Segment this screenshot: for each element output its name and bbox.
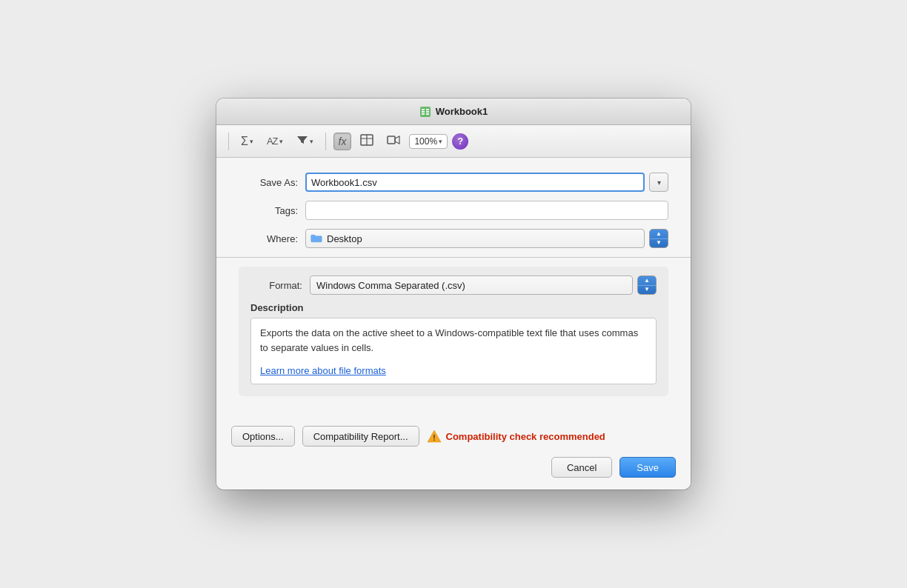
filter-button[interactable]: ▾ — [292, 132, 318, 150]
description-box: Exports the data on the active sheet to … — [250, 318, 657, 384]
table-icon — [360, 134, 373, 148]
warning-icon: ! — [427, 430, 442, 443]
help-button[interactable]: ? — [452, 133, 468, 150]
cancel-button[interactable]: Cancel — [551, 457, 612, 478]
filter-icon — [296, 134, 308, 148]
zoom-value: 100% — [414, 136, 437, 147]
dialog-body: Save As: ▾ Tags: Where: Desktop ▲ ▼ — [216, 158, 691, 418]
workbook-icon — [419, 106, 431, 118]
toolbar-separator-2 — [325, 133, 326, 150]
svg-rect-5 — [422, 113, 425, 115]
save-button[interactable]: Save — [619, 457, 676, 478]
formula-button[interactable]: fx — [333, 133, 352, 150]
learn-more-link[interactable]: Learn more about file formats — [260, 365, 386, 376]
svg-rect-10 — [388, 136, 395, 144]
expand-button[interactable]: ▾ — [649, 173, 668, 192]
format-row: Format: Windows Comma Separated (.csv) ▲… — [250, 275, 657, 295]
svg-rect-2 — [426, 109, 429, 110]
formula-icon: fx — [339, 136, 347, 147]
filter-dropdown-icon: ▾ — [310, 138, 313, 145]
description-title: Description — [250, 302, 657, 313]
zoom-button[interactable]: 100% ▾ — [409, 134, 448, 149]
tags-row: Tags: — [239, 201, 668, 220]
chevron-down-icon: ▾ — [657, 178, 661, 187]
where-stepper[interactable]: ▲ ▼ — [649, 229, 668, 248]
svg-rect-6 — [426, 113, 429, 115]
options-button[interactable]: Options... — [231, 426, 295, 447]
svg-text:!: ! — [433, 434, 435, 442]
where-select[interactable]: Desktop — [305, 229, 645, 248]
media-button[interactable] — [382, 132, 405, 150]
toolbar: Σ ▾ AZ ▾ ▾ fx — [216, 125, 691, 158]
tags-input[interactable] — [305, 201, 668, 220]
format-section: Format: Windows Comma Separated (.csv) ▲… — [239, 267, 668, 396]
help-icon: ? — [457, 136, 463, 147]
save-as-input[interactable] — [305, 173, 645, 192]
toolbar-separator-1 — [228, 133, 229, 150]
save-as-label: Save As: — [239, 177, 305, 188]
sort-icon: AZ — [267, 136, 278, 147]
tags-label: Tags: — [239, 205, 305, 216]
format-select[interactable]: Windows Comma Separated (.csv) — [310, 275, 633, 295]
format-value: Windows Comma Separated (.csv) — [316, 280, 626, 291]
where-label: Where: — [239, 233, 305, 244]
media-icon — [387, 134, 400, 148]
sort-dropdown-icon: ▾ — [279, 138, 283, 145]
stepper-up[interactable]: ▲ — [650, 230, 668, 239]
sum-dropdown-icon: ▾ — [250, 138, 253, 145]
save-as-row: Save As: ▾ — [239, 173, 668, 192]
separator — [216, 257, 691, 258]
sort-button[interactable]: AZ ▾ — [262, 133, 288, 149]
bottom-bar: Options... Compatibility Report... ! Com… — [216, 418, 691, 490]
where-value: Desktop — [327, 233, 362, 244]
save-dialog-window: Workbook1 Σ ▾ AZ ▾ ▾ fx — [216, 98, 691, 490]
description-section: Description Exports the data on the acti… — [250, 302, 657, 384]
zoom-dropdown-icon: ▾ — [439, 138, 442, 145]
window-title: Workbook1 — [436, 106, 488, 117]
stepper-down[interactable]: ▼ — [650, 239, 668, 248]
svg-marker-11 — [395, 136, 399, 144]
sum-icon: Σ — [241, 135, 248, 148]
where-row: Where: Desktop ▲ ▼ — [239, 229, 668, 248]
folder-icon — [310, 233, 322, 244]
format-stepper-down[interactable]: ▼ — [638, 286, 656, 295]
title-bar: Workbook1 — [216, 98, 691, 125]
bottom-actions: Options... Compatibility Report... ! Com… — [231, 426, 676, 447]
dialog-buttons: Cancel Save — [231, 457, 676, 478]
warning-text: Compatibility check recommended — [446, 431, 605, 442]
compatibility-warning: ! Compatibility check recommended — [427, 430, 676, 443]
format-stepper[interactable]: ▲ ▼ — [637, 275, 657, 295]
table-button[interactable] — [356, 132, 378, 150]
compatibility-report-button[interactable]: Compatibility Report... — [302, 426, 419, 447]
svg-rect-3 — [422, 111, 425, 113]
sum-button[interactable]: Σ ▾ — [236, 133, 258, 150]
description-text: Exports the data on the active sheet to … — [260, 326, 647, 355]
svg-rect-1 — [422, 109, 425, 110]
svg-rect-4 — [426, 111, 429, 113]
format-stepper-up[interactable]: ▲ — [638, 276, 656, 286]
format-label: Format: — [250, 280, 310, 291]
